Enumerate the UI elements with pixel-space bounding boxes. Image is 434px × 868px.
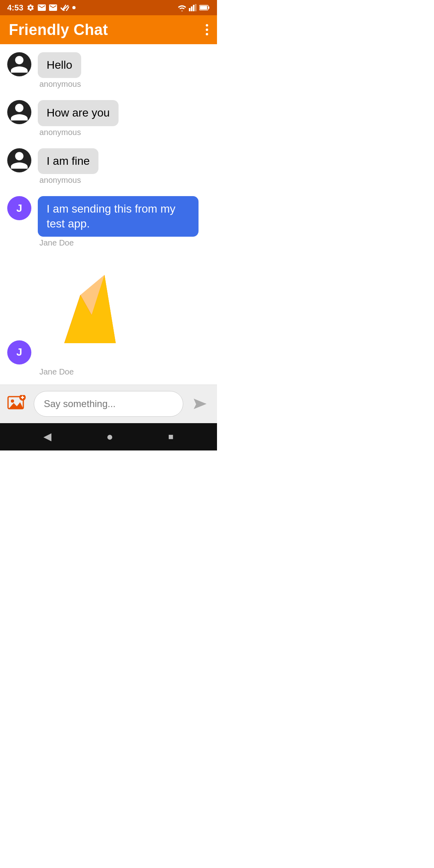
message-row: How are you anonymous (7, 100, 210, 137)
dot-3 (206, 33, 208, 35)
svg-rect-6 (200, 6, 207, 10)
image-message-row: J Jane Doe (7, 259, 210, 377)
app-bar: Friendly Chat (0, 15, 217, 44)
firebase-logo (38, 259, 142, 363)
svg-point-13 (11, 399, 14, 403)
message-bubble: I am fine (38, 148, 98, 174)
bottom-input-bar (0, 385, 217, 423)
message-bubble: I am sending this from my test app. (38, 196, 199, 237)
sender-name: Jane Doe (38, 367, 142, 377)
avatar: J (7, 196, 31, 220)
svg-rect-3 (195, 4, 197, 11)
chat-area: Hello anonymous How are you anonymous I … (0, 44, 217, 385)
gmail-icon-2 (49, 4, 57, 11)
nav-bar: ◀ ● ■ (0, 423, 217, 450)
message-bubble-col: How are you anonymous (38, 100, 119, 137)
avatar (7, 52, 31, 76)
send-icon (193, 398, 207, 410)
status-bar: 4:53 (0, 0, 217, 15)
anon-avatar-icon (9, 54, 30, 75)
message-input[interactable] (34, 391, 183, 417)
avatar-initial: J (16, 346, 22, 358)
message-bubble: Hello (38, 52, 81, 78)
more-options-button[interactable] (206, 24, 208, 35)
sender-name: anonymous (38, 176, 98, 185)
message-row: J I am sending this from my test app. Ja… (7, 196, 210, 248)
home-button[interactable]: ● (106, 430, 113, 443)
avatar-initial: J (16, 202, 22, 215)
settings-icon (27, 4, 35, 12)
add-image-icon (7, 395, 27, 413)
back-button[interactable]: ◀ (43, 430, 51, 443)
svg-marker-14 (9, 402, 23, 409)
sender-name: anonymous (38, 80, 81, 89)
status-time: 4:53 (7, 3, 23, 12)
app-title: Friendly Chat (9, 21, 108, 39)
message-bubble-col: I am sending this from my test app. Jane… (38, 196, 199, 248)
sender-name: Jane Doe (38, 238, 199, 248)
wifi-icon (178, 4, 186, 11)
dot-2 (206, 29, 208, 31)
svg-rect-5 (208, 6, 209, 9)
gmail-icon-1 (38, 4, 46, 11)
image-bubble-col: Jane Doe (38, 259, 142, 377)
message-row: Hello anonymous (7, 52, 210, 89)
anon-avatar-icon (9, 150, 30, 171)
checkmark-icon (60, 4, 69, 11)
message-bubble-col: I am fine anonymous (38, 148, 98, 185)
notification-dot (72, 6, 76, 9)
add-image-button[interactable] (6, 393, 28, 415)
status-bar-left: 4:53 (7, 3, 76, 12)
battery-icon (199, 4, 210, 11)
send-button[interactable] (189, 393, 211, 415)
svg-rect-1 (191, 6, 192, 11)
anon-avatar-icon (9, 102, 30, 123)
message-bubble: How are you (38, 100, 119, 126)
svg-rect-0 (189, 8, 190, 11)
status-bar-right (178, 4, 210, 11)
avatar (7, 148, 31, 172)
signal-icon (189, 4, 197, 11)
dot-1 (206, 24, 208, 27)
sender-name: anonymous (38, 128, 119, 137)
recents-button[interactable]: ■ (168, 432, 173, 442)
message-row: I am fine anonymous (7, 148, 210, 185)
message-bubble-col: Hello anonymous (38, 52, 81, 89)
avatar: J (7, 340, 31, 364)
svg-rect-2 (193, 5, 194, 11)
avatar (7, 100, 31, 124)
